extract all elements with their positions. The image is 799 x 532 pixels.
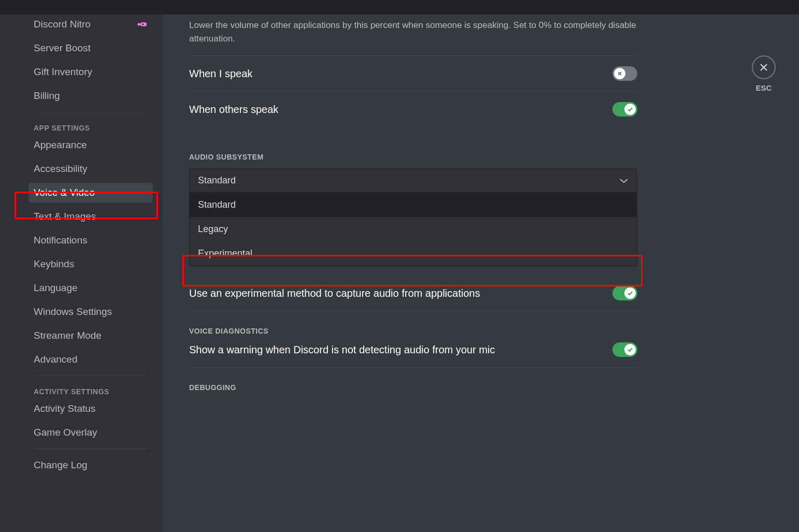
sidebar-item-label: Appearance	[34, 139, 87, 151]
sidebar-item-streamer-mode[interactable]: Streamer Mode	[28, 326, 153, 346]
sidebar-item-language[interactable]: Language	[28, 278, 153, 298]
sidebar-item-label: Windows Settings	[34, 306, 112, 318]
dropdown-options-list: Standard Legacy Experimental	[189, 192, 637, 266]
sidebar-divider	[34, 449, 148, 449]
settings-main-panel: Lower the volume of other applications b…	[163, 15, 799, 532]
sidebar-item-label: Discord Nitro	[34, 19, 91, 30]
toggle-knob	[624, 104, 636, 115]
sidebar-item-label: Game Overlay	[34, 427, 97, 438]
dropdown-audio-subsystem[interactable]: Standard	[189, 168, 637, 193]
dropdown-option-legacy[interactable]: Legacy	[190, 217, 637, 241]
option-label: Standard	[198, 199, 236, 210]
setting-when-i-speak: When I speak	[189, 55, 637, 91]
dropdown-option-experimental[interactable]: Experimental	[190, 241, 637, 266]
sidebar-item-windows-settings[interactable]: Windows Settings	[28, 302, 153, 322]
toggle-when-i-speak[interactable]	[612, 66, 637, 81]
setting-experimental-capture: Use an experimental method to capture au…	[189, 276, 637, 311]
sidebar-item-label: Gift Inventory	[34, 66, 92, 78]
chevron-down-icon	[619, 178, 629, 183]
sidebar-item-voice-video[interactable]: Voice & Video	[28, 183, 153, 203]
check-icon	[627, 290, 633, 296]
nitro-badge-icon	[136, 20, 148, 28]
sidebar-item-text-images[interactable]: Text & Images	[28, 207, 153, 226]
window-titlebar	[0, 0, 799, 15]
sidebar-item-label: Language	[34, 282, 78, 294]
esc-label: ESC	[752, 83, 776, 92]
setting-label: When others speak	[189, 104, 278, 116]
sidebar-item-discord-nitro[interactable]: Discord Nitro	[28, 15, 153, 34]
setting-label: Show a warning when Discord is not detec…	[189, 344, 495, 356]
dropdown-option-standard[interactable]: Standard	[190, 193, 637, 217]
sidebar-item-accessibility[interactable]: Accessibility	[28, 159, 153, 179]
sidebar-item-server-boost[interactable]: Server Boost	[28, 38, 153, 58]
sidebar-item-activity-status[interactable]: Activity Status	[28, 399, 153, 419]
toggle-voice-diagnostics[interactable]	[612, 342, 637, 357]
section-header-audio-subsystem: AUDIO SUBSYSTEM	[189, 153, 637, 161]
sidebar-item-keybinds[interactable]: Keybinds	[28, 254, 153, 274]
option-label: Experimental	[198, 248, 252, 258]
check-icon	[627, 347, 633, 353]
sidebar-item-label: Server Boost	[34, 42, 91, 54]
sidebar-header-activity-settings: ACTIVITY SETTINGS	[28, 382, 153, 399]
check-icon	[627, 106, 633, 112]
toggle-experimental-capture[interactable]	[612, 286, 637, 300]
x-icon	[617, 70, 623, 77]
sidebar-item-appearance[interactable]: Appearance	[28, 135, 153, 155]
sidebar-item-gift-inventory[interactable]: Gift Inventory	[28, 62, 153, 82]
sidebar-item-label: Notifications	[34, 235, 88, 246]
sidebar-item-label: Accessibility	[34, 163, 87, 175]
section-header-debugging: DEBUGGING	[189, 383, 637, 392]
sidebar-item-notifications[interactable]: Notifications	[28, 231, 153, 250]
toggle-knob	[614, 68, 625, 79]
sidebar-divider	[34, 376, 148, 376]
sidebar-item-label: Voice & Video	[34, 187, 95, 198]
sidebar-divider	[34, 112, 148, 112]
option-label: Legacy	[198, 224, 228, 234]
sidebar-item-label: Advanced	[34, 354, 78, 365]
sidebar-header-app-settings: APP SETTINGS	[28, 119, 153, 135]
sidebar-item-label: Activity Status	[34, 403, 95, 414]
sidebar-item-label: Text & Images	[34, 211, 96, 222]
sidebar-item-game-overlay[interactable]: Game Overlay	[28, 423, 153, 442]
close-icon	[759, 63, 768, 72]
dropdown-selected-value: Standard	[198, 175, 236, 186]
sidebar-item-label: Streamer Mode	[34, 330, 102, 341]
close-settings-button[interactable]	[752, 55, 776, 79]
sidebar-item-advanced[interactable]: Advanced	[28, 350, 153, 369]
setting-when-others-speak: When others speak	[189, 91, 637, 127]
toggle-knob	[624, 287, 636, 299]
section-header-voice-diagnostics: VOICE DIAGNOSTICS	[189, 327, 637, 335]
setting-label: Use an experimental method to capture au…	[189, 287, 480, 299]
sidebar-item-label: Change Log	[34, 459, 88, 471]
settings-sidebar: Discord Nitro Server Boost Gift Inventor…	[0, 15, 163, 532]
attenuation-description: Lower the volume of other applications b…	[189, 19, 637, 45]
sidebar-item-change-log[interactable]: Change Log	[28, 455, 153, 475]
toggle-when-others-speak[interactable]	[612, 102, 637, 117]
setting-voice-diagnostics: Show a warning when Discord is not detec…	[189, 342, 637, 367]
sidebar-item-label: Billing	[34, 90, 60, 102]
toggle-knob	[624, 344, 636, 355]
setting-label: When I speak	[189, 68, 252, 80]
sidebar-item-label: Keybinds	[34, 258, 74, 270]
sidebar-item-billing[interactable]: Billing	[28, 86, 153, 106]
